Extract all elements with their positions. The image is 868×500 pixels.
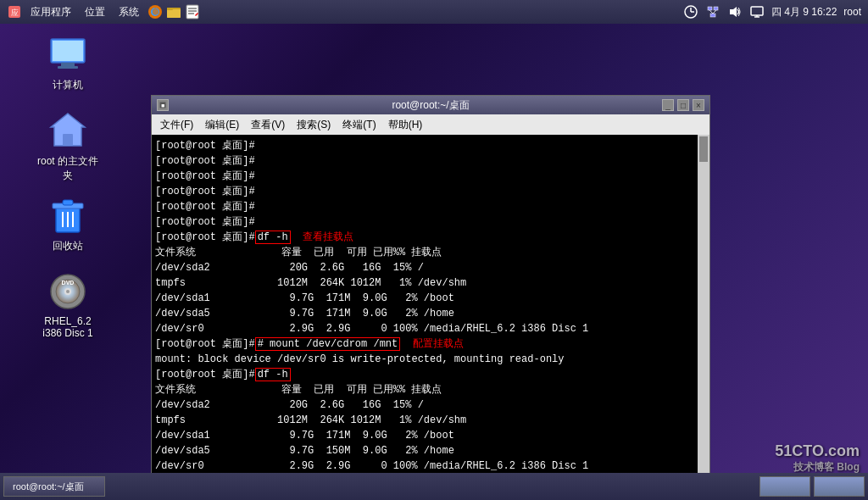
svg-rect-25	[61, 63, 75, 66]
terminal-menubar: 文件(F) 编辑(E) 查看(V) 搜索(S) 终端(T) 帮助(H)	[152, 114, 709, 135]
home-folder-icon-img	[47, 110, 88, 151]
svg-text:应: 应	[11, 8, 19, 17]
menu-apps[interactable]: 应用程序	[25, 3, 76, 21]
terminal-maximize[interactable]: □	[677, 99, 689, 111]
svg-rect-5	[167, 9, 181, 18]
taskbar-right: 四 4月 9 16:22 root	[683, 4, 861, 19]
taskbar-item2[interactable]	[760, 476, 810, 497]
svg-line-18	[713, 10, 716, 14]
taskbar-terminal-item[interactable]: root@root:~/桌面	[3, 476, 105, 497]
menu-location[interactable]: 位置	[80, 3, 110, 21]
svg-rect-14	[708, 7, 712, 10]
terminal-close[interactable]: ×	[693, 99, 704, 111]
display-icon	[749, 4, 765, 19]
svg-rect-31	[63, 200, 73, 205]
menu-help[interactable]: 帮助(H)	[383, 116, 428, 134]
terminal-titlebar: ■ root@root:~/桌面 _ □ ×	[152, 96, 709, 114]
watermark-line1: 51CTO.com	[775, 442, 860, 460]
dvd-icon[interactable]: DVD RHEL_6.2 i386 Disc 1	[34, 271, 102, 339]
home-folder-label: root 的主文件夹	[34, 154, 102, 183]
computer-icon[interactable]: 计算机	[34, 34, 102, 92]
menu-view[interactable]: 查看(V)	[246, 116, 290, 134]
terminal-minimize[interactable]: _	[662, 99, 674, 111]
svg-marker-19	[730, 7, 737, 17]
app-icon: 应	[7, 4, 22, 19]
volume-icon	[727, 4, 743, 19]
taskbar-top: 应 应用程序 位置 系统	[0, 0, 868, 24]
menu-system[interactable]: 系统	[114, 3, 144, 21]
dvd-label: RHEL_6.2 i386 Disc 1	[34, 315, 102, 339]
taskbar-bottom: root@root:~/桌面	[0, 473, 868, 500]
trash-icon[interactable]: 回收站	[34, 195, 102, 253]
taskbar-left: 应 应用程序 位置 系统	[7, 3, 200, 21]
terminal-scrollbar[interactable]	[698, 135, 709, 484]
dvd-icon-img: DVD	[47, 271, 88, 312]
svg-text:■: ■	[161, 103, 164, 108]
firefox-icon[interactable]	[147, 4, 163, 19]
menu-file[interactable]: 文件(F)	[155, 116, 198, 134]
user-display: root	[843, 6, 861, 18]
svg-rect-6	[167, 8, 173, 10]
terminal-window: ■ root@root:~/桌面 _ □ × 文件(F) 编辑(E) 查看(V)…	[151, 95, 710, 485]
terminal-text: [root@root 桌面]# [root@root 桌面]# [root@ro…	[155, 138, 706, 484]
datetime-display: 四 4月 9 16:22	[771, 5, 837, 19]
svg-rect-16	[710, 14, 715, 17]
svg-rect-24	[53, 41, 83, 61]
svg-rect-15	[714, 7, 718, 10]
terminal-icon-btn: ■	[157, 99, 169, 111]
home-folder-icon[interactable]: root 的主文件夹	[34, 110, 102, 183]
taskbar-item3[interactable]	[814, 476, 865, 497]
filemanager-icon[interactable]	[166, 4, 181, 19]
terminal-controls: _ □ ×	[662, 99, 704, 111]
trash-label: 回收站	[53, 239, 83, 253]
menu-edit[interactable]: 编辑(E)	[200, 116, 244, 134]
trash-icon-img	[47, 195, 88, 236]
terminal-content[interactable]: [root@root 桌面]# [root@root 桌面]# [root@ro…	[152, 135, 709, 484]
terminal-title: root@root:~/桌面	[199, 98, 662, 113]
svg-rect-7	[186, 5, 198, 19]
svg-text:DVD: DVD	[62, 280, 75, 286]
svg-line-17	[709, 10, 713, 14]
clock-icon	[683, 4, 698, 19]
computer-icon-img	[47, 34, 88, 75]
watermark: 51CTO.com 技术博客 Blog	[775, 442, 860, 475]
svg-point-38	[66, 290, 70, 293]
editor-icon[interactable]	[185, 4, 200, 19]
menu-search[interactable]: 搜索(S)	[292, 116, 336, 134]
computer-label: 计算机	[53, 78, 83, 92]
svg-rect-20	[751, 7, 763, 15]
terminal-scrollbar-thumb[interactable]	[699, 136, 708, 162]
svg-rect-26	[58, 66, 78, 69]
svg-rect-28	[63, 134, 73, 146]
menu-terminal[interactable]: 终端(T)	[337, 116, 381, 134]
network-icon	[705, 4, 721, 19]
